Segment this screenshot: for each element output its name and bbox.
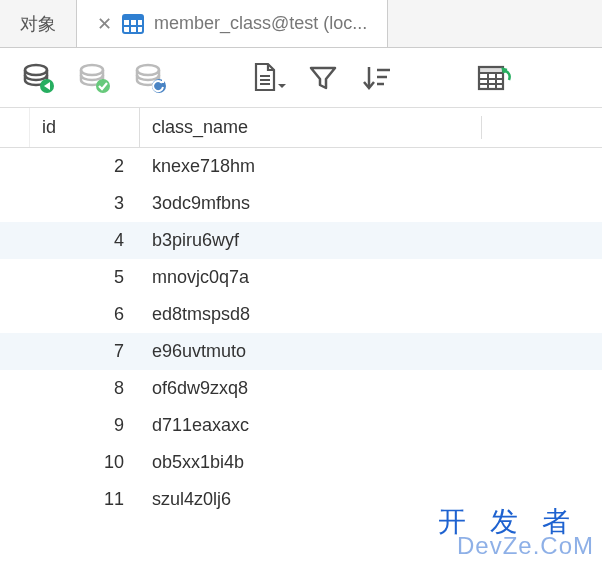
table-body: 2knexe718hm33odc9mfbns4b3piru6wyf5mnovjc… — [0, 148, 602, 518]
export-button[interactable] — [250, 62, 286, 94]
sort-button[interactable] — [360, 63, 392, 93]
cell-class-name[interactable]: d711eaxaxc — [140, 415, 602, 436]
tab-member-class[interactable]: ✕ member_class@test (loc... — [77, 0, 388, 47]
cell-id[interactable]: 2 — [30, 156, 140, 177]
cell-id[interactable]: 11 — [30, 489, 140, 510]
cell-class-name[interactable]: b3piru6wyf — [140, 230, 602, 251]
filter-button[interactable] — [308, 63, 338, 93]
run-query-button[interactable] — [20, 61, 54, 95]
cell-id[interactable]: 10 — [30, 452, 140, 473]
cell-id[interactable]: 3 — [30, 193, 140, 214]
column-header-class-name[interactable]: class_name — [140, 108, 602, 147]
table-row[interactable]: 2knexe718hm — [0, 148, 602, 185]
cell-class-name[interactable]: e96uvtmuto — [140, 341, 602, 362]
svg-point-9 — [137, 65, 159, 75]
svg-point-8 — [96, 79, 110, 93]
table-row[interactable]: 4b3piru6wyf — [0, 222, 602, 259]
table-row[interactable]: 11szul4z0lj6 — [0, 481, 602, 518]
row-gutter-header — [0, 108, 30, 147]
svg-point-5 — [25, 65, 47, 75]
watermark-en: DevZe.CoM — [438, 532, 594, 560]
cell-id[interactable]: 5 — [30, 267, 140, 288]
cell-class-name[interactable]: szul4z0lj6 — [140, 489, 602, 510]
table-row[interactable]: 5mnovjc0q7a — [0, 259, 602, 296]
cell-class-name[interactable]: ed8tmspsd8 — [140, 304, 602, 325]
commit-button[interactable] — [76, 61, 110, 95]
tab-objects-label: 对象 — [20, 12, 56, 36]
cell-class-name[interactable]: mnovjc0q7a — [140, 267, 602, 288]
table-row[interactable]: 7e96uvtmuto — [0, 333, 602, 370]
cell-id[interactable]: 8 — [30, 378, 140, 399]
table-row[interactable]: 9d711eaxaxc — [0, 407, 602, 444]
svg-point-7 — [81, 65, 103, 75]
svg-rect-1 — [123, 15, 143, 20]
cell-class-name[interactable]: knexe718hm — [140, 156, 602, 177]
cell-id[interactable]: 6 — [30, 304, 140, 325]
table-header: id class_name — [0, 108, 602, 148]
tab-objects[interactable]: 对象 — [0, 0, 77, 47]
tab-bar: 对象 ✕ member_class@test (loc... — [0, 0, 602, 48]
column-header-id[interactable]: id — [30, 108, 140, 147]
cell-class-name[interactable]: 3odc9mfbns — [140, 193, 602, 214]
cell-id[interactable]: 4 — [30, 230, 140, 251]
table-row[interactable]: 10ob5xx1bi4b — [0, 444, 602, 481]
cell-id[interactable]: 9 — [30, 415, 140, 436]
cell-class-name[interactable]: of6dw9zxq8 — [140, 378, 602, 399]
table-icon — [122, 13, 144, 35]
cell-class-name[interactable]: ob5xx1bi4b — [140, 452, 602, 473]
table-row[interactable]: 6ed8tmspsd8 — [0, 296, 602, 333]
close-icon[interactable]: ✕ — [97, 13, 112, 35]
cell-id[interactable]: 7 — [30, 341, 140, 362]
table-row[interactable]: 33odc9mfbns — [0, 185, 602, 222]
toolbar — [0, 48, 602, 108]
tab-member-class-label: member_class@test (loc... — [154, 13, 367, 34]
column-header-class-name-label: class_name — [152, 117, 248, 138]
column-header-id-label: id — [42, 117, 56, 138]
import-button[interactable] — [476, 63, 512, 93]
rollback-button[interactable] — [132, 61, 166, 95]
table-row[interactable]: 8of6dw9zxq8 — [0, 370, 602, 407]
